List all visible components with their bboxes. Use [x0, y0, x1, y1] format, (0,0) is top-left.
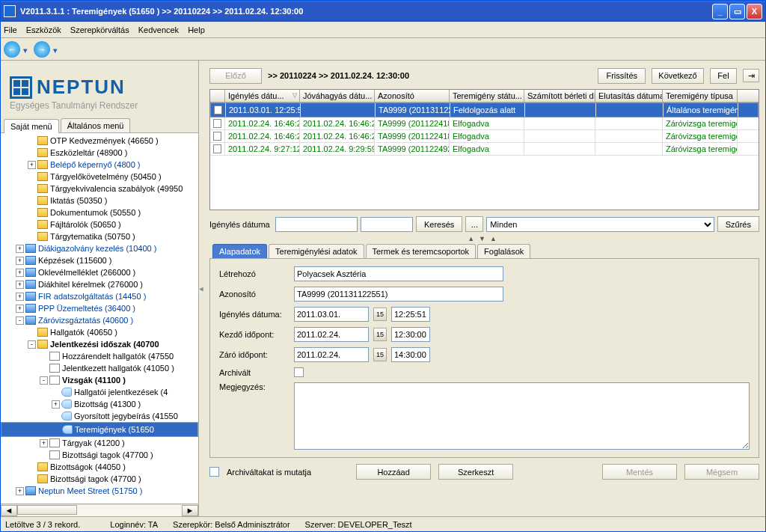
filter-from-input[interactable]	[275, 217, 358, 232]
data-grid[interactable]: Igénylés dátu...Jóváhagyás dátu...Azonos…	[209, 89, 759, 210]
tree-item[interactable]: Bizottsági tagok (47700 )	[1, 473, 198, 485]
next-button[interactable]: Következő	[652, 68, 704, 84]
filter-button[interactable]: Szűrés	[717, 216, 759, 232]
tree-toggle[interactable]: +	[52, 400, 60, 409]
hscroll-thumb[interactable]	[17, 505, 77, 515]
tree-item[interactable]: Hallgatói jelentkezések (4	[1, 386, 198, 398]
tab-general-menu[interactable]: Általános menü	[61, 118, 131, 132]
enddate-input[interactable]	[294, 347, 369, 362]
column-header[interactable]: Teremigény státu...	[450, 90, 524, 102]
nav-fwd-dropdown[interactable]: ▾	[53, 46, 61, 53]
tree-item[interactable]: +Bizottság (41300 )	[1, 398, 198, 410]
nav-tree[interactable]: OTP Kedvezmények (46650 )Eszközleltár (4…	[1, 133, 198, 504]
tree-toggle[interactable]: +	[16, 281, 24, 289]
reqdate-picker[interactable]: 15	[373, 308, 387, 321]
id-input[interactable]	[294, 287, 503, 302]
tab-rooms[interactable]: Termek és teremcsoportok	[366, 244, 477, 258]
tree-item[interactable]: Eszközleltár (48900 )	[1, 147, 198, 159]
tree-item[interactable]: +Oklevélmelléklet (266000 )	[1, 266, 198, 278]
tree-item[interactable]: Fájltárolók (50650 )	[1, 218, 198, 230]
archived-checkbox[interactable]	[294, 367, 304, 377]
hscroll-right[interactable]: ►	[182, 505, 198, 516]
row-checkbox[interactable]	[214, 106, 222, 114]
column-header[interactable]: Elutasítás dátuma	[595, 90, 663, 102]
column-header[interactable]	[210, 90, 225, 102]
tree-item[interactable]: +Diákhitel kérelmek (276000 )	[1, 278, 198, 290]
note-textarea[interactable]	[294, 382, 750, 450]
tab-bookings[interactable]: Foglalások	[477, 244, 530, 258]
startdate-input[interactable]	[294, 327, 369, 342]
creator-input[interactable]	[294, 266, 503, 281]
nav-back-button[interactable]: ←	[4, 41, 20, 58]
column-header[interactable]: Számított bérleti díj	[524, 90, 595, 102]
cancel-button[interactable]: Mégsem	[684, 464, 759, 480]
refresh-button[interactable]: Frissítés	[598, 68, 646, 84]
tree-toggle[interactable]: +	[16, 257, 24, 265]
tree-toggle[interactable]: +	[16, 245, 24, 253]
tree-item[interactable]: Bizottsági tagok (47700 )	[1, 449, 198, 461]
column-header[interactable]: Azonosító	[375, 90, 450, 102]
tree-item[interactable]: +PPP Üzemeltetés (36400 )	[1, 302, 198, 314]
table-row[interactable]: 2011.02.24. 9:27:122011.02.24. 9:29:59TA…	[210, 143, 759, 156]
minimize-button[interactable]: _	[712, 4, 728, 19]
row-checkbox[interactable]	[213, 119, 221, 128]
tree-item[interactable]: Teremigények (51650	[1, 422, 198, 437]
add-button[interactable]: Hozzáad	[356, 464, 431, 480]
maximize-button[interactable]: ▭	[729, 4, 745, 19]
filter-to-input[interactable]	[361, 217, 413, 232]
tree-toggle[interactable]: +	[16, 305, 24, 313]
tree-item[interactable]: Tárgyelőkövetelmény (50450 )	[1, 171, 198, 183]
tree-item[interactable]: Hozzárendelt hallgatók (47550	[1, 350, 198, 362]
startdate-picker[interactable]: 15	[373, 328, 387, 341]
tree-item[interactable]: Bizottságok (44050 )	[1, 461, 198, 473]
menu-roles[interactable]: Szerepkörváltás	[70, 25, 129, 34]
tree-item[interactable]: Gyorsított jegybeírás (41550	[1, 410, 198, 422]
tree-item[interactable]: Tárgytematika (50750 )	[1, 230, 198, 242]
filter-dots-button[interactable]: ...	[465, 216, 483, 232]
menu-help[interactable]: Help	[188, 25, 205, 34]
tree-item[interactable]: +Belépő képernyő (4800 )	[1, 159, 198, 171]
close-button[interactable]: X	[747, 4, 762, 19]
column-header[interactable]: Igénylés dátu...	[225, 90, 300, 102]
tab-basics[interactable]: Alapadatok	[212, 244, 267, 258]
tree-item[interactable]: Tárgyekvivalencia szabályok (49950	[1, 183, 198, 195]
menu-tools[interactable]: Eszközök	[26, 25, 61, 34]
row-checkbox[interactable]	[213, 144, 221, 153]
tree-toggle[interactable]: -	[16, 317, 24, 325]
column-header[interactable]: Jóváhagyás dátu...	[300, 90, 375, 102]
tree-item[interactable]: +FIR adatszolgáltatás (14450 )	[1, 290, 198, 302]
tree-item[interactable]: +Diákigazolvány kezelés (10400 )	[1, 242, 198, 254]
tree-item[interactable]: -Jelentkezési időszak (40700	[1, 338, 198, 350]
menu-fav[interactable]: Kedvencek	[138, 25, 179, 34]
tree-item[interactable]: Hallgatók (40650 )	[1, 326, 198, 338]
tree-toggle[interactable]: +	[16, 269, 24, 277]
row-checkbox[interactable]	[213, 132, 221, 141]
tree-toggle[interactable]: +	[16, 487, 24, 495]
table-row[interactable]: 2011.03.01. 12:25:5TA9999 (201131122Feld…	[210, 103, 759, 117]
tree-hscroll[interactable]: ◄ ►	[1, 504, 198, 516]
prev-button[interactable]: Előző	[209, 68, 262, 84]
tab-request[interactable]: Teremigénylési adatok	[269, 244, 364, 258]
tree-item[interactable]: OTP Kedvezmények (46650 )	[1, 135, 198, 147]
tree-toggle[interactable]: +	[28, 161, 36, 169]
reqtime-input[interactable]	[391, 307, 430, 322]
collapse-arrows[interactable]: ▲▼▲	[209, 235, 759, 242]
starttime-input[interactable]	[391, 327, 430, 342]
tree-item[interactable]: Jelentkezett hallgatók (41050 )	[1, 362, 198, 374]
save-button[interactable]: Mentés	[602, 464, 677, 480]
hscroll-left[interactable]: ◄	[1, 505, 17, 516]
reqdate-input[interactable]	[294, 307, 369, 322]
nav-fwd-button[interactable]: →	[34, 41, 50, 58]
tree-item[interactable]: +Neptun Meet Street (51750 )	[1, 485, 198, 497]
edit-button[interactable]: Szerkeszt	[438, 464, 513, 480]
enddate-picker[interactable]: 15	[373, 348, 387, 361]
tree-toggle[interactable]: +	[40, 439, 48, 447]
tree-item[interactable]: -Záróvizsgáztatás (40600 )	[1, 314, 198, 326]
pin-button[interactable]: ⇥	[743, 69, 759, 82]
table-row[interactable]: 2011.02.24. 16:46:22011.02.24. 16:46:2TA…	[210, 117, 759, 130]
tree-item[interactable]: Iktatás (50350 )	[1, 195, 198, 207]
tree-item[interactable]: Dokumentumok (50550 )	[1, 207, 198, 218]
tree-item[interactable]: -Vizsgák (41100 )	[1, 374, 198, 386]
tree-toggle[interactable]: -	[28, 340, 36, 349]
filter-select[interactable]: Minden	[486, 217, 714, 232]
